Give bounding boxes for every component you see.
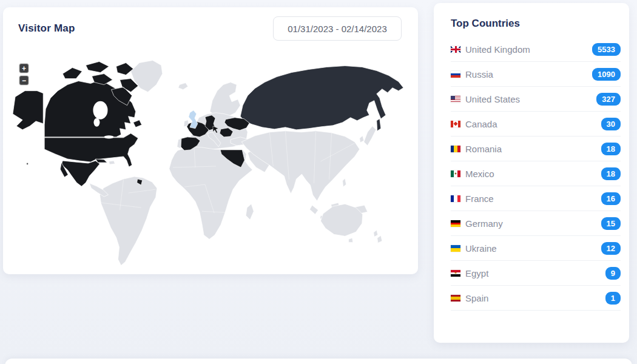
flag-gb-icon	[451, 46, 460, 53]
flag-mx-icon	[451, 170, 460, 177]
country-count-badge: 15	[601, 217, 621, 230]
james-bay	[93, 118, 99, 127]
map-region-hawaii[interactable]	[27, 163, 29, 165]
country-name: France	[465, 194, 494, 204]
world-map-svg	[4, 58, 416, 271]
date-range-input[interactable]: 01/31/2023 - 02/14/2023	[273, 16, 402, 41]
visitor-map-card: Visitor Map 01/31/2023 - 02/14/2023	[3, 7, 418, 274]
next-card-top-edge	[5, 359, 632, 364]
map-region-portugal[interactable]	[177, 139, 181, 149]
country-row: Mexico 18	[451, 161, 621, 186]
map-region-japan[interactable]	[360, 126, 376, 146]
country-row: Germany 15	[451, 211, 621, 236]
country-count-badge: 327	[596, 93, 621, 106]
country-row: United States 327	[451, 87, 621, 112]
map-region-scandinavia[interactable]	[210, 83, 240, 116]
country-row: France 16	[451, 186, 621, 211]
map-region-new-zealand[interactable]	[374, 230, 382, 243]
country-row: Egypt 9	[451, 261, 621, 286]
country-row: Romania 18	[451, 136, 621, 161]
flag-ca-icon	[451, 121, 460, 127]
top-countries-card: Top Countries United Kingdom 5533 Russia…	[434, 3, 629, 343]
map-region-australia[interactable]	[321, 204, 363, 242]
country-count-badge: 16	[601, 192, 621, 205]
country-row: Ukraine 12	[451, 236, 621, 261]
flag-us-icon	[451, 96, 460, 103]
country-name: United States	[465, 94, 520, 104]
country-row: United Kingdom 5533	[451, 37, 621, 62]
flag-fr-icon	[451, 195, 460, 202]
zoom-in-button[interactable]: +	[19, 64, 29, 73]
country-row: Canada 30	[451, 112, 621, 136]
map-country-united-states[interactable]	[44, 133, 138, 167]
flag-ro-icon	[451, 146, 460, 152]
country-count-badge: 1	[605, 292, 621, 305]
country-count-badge: 9	[605, 267, 621, 280]
map-region-south-america[interactable]	[99, 177, 157, 265]
flag-ua-icon	[451, 245, 460, 252]
map-region-alaska[interactable]	[13, 91, 43, 130]
country-name: Romania	[465, 144, 502, 154]
map-zoom-controls: + −	[19, 64, 29, 85]
country-name: Ukraine	[465, 243, 497, 254]
country-row: Spain 1	[451, 286, 621, 311]
visitor-map-header: Visitor Map 01/31/2023 - 02/14/2023	[3, 7, 418, 41]
hudson-bay	[93, 101, 107, 120]
country-count-badge: 5533	[592, 43, 621, 56]
country-row: Russia 1090	[451, 62, 621, 87]
country-name: Russia	[465, 69, 493, 79]
map-region-hispaniola[interactable]	[109, 161, 115, 164]
country-count-badge: 1090	[592, 68, 621, 81]
country-count-badge: 18	[601, 167, 621, 180]
country-count-badge: 12	[601, 242, 621, 255]
flag-de-icon	[451, 220, 460, 227]
great-lakes	[104, 135, 113, 138]
zoom-out-button[interactable]: −	[19, 76, 29, 85]
visitor-map-title: Visitor Map	[18, 22, 75, 35]
flag-ru-icon	[451, 71, 460, 78]
top-countries-title: Top Countries	[434, 3, 629, 33]
flag-es-icon	[451, 295, 460, 302]
country-name: Germany	[465, 218, 503, 229]
country-count-badge: 30	[601, 118, 621, 130]
country-name: Canada	[465, 119, 497, 129]
country-name: Mexico	[465, 169, 494, 179]
map-region-sakhalin[interactable]	[377, 119, 381, 131]
world-map[interactable]: + −	[4, 58, 416, 271]
country-count-badge: 18	[601, 143, 621, 155]
top-countries-list: United Kingdom 5533 Russia 1090 United S…	[434, 33, 629, 311]
country-name: Spain	[465, 293, 488, 303]
map-region-iceland[interactable]	[178, 83, 188, 90]
country-name: United Kingdom	[465, 44, 530, 55]
map-region-madagascar[interactable]	[246, 204, 254, 220]
flag-eg-icon	[451, 270, 460, 277]
country-name: Egypt	[465, 268, 488, 278]
